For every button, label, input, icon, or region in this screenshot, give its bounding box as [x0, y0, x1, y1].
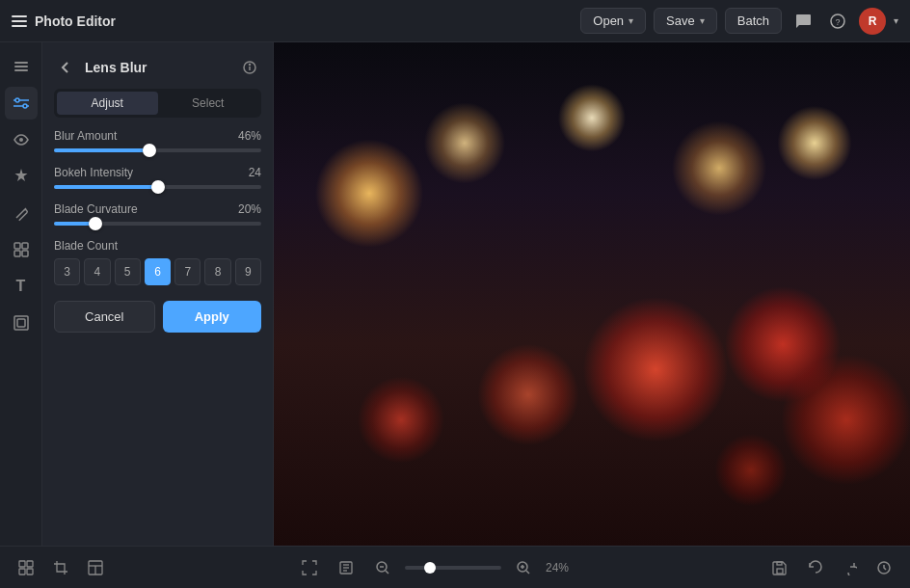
- svg-rect-40: [777, 562, 782, 565]
- layout-icon: [88, 560, 103, 575]
- blade-count-label: Blade Count: [54, 239, 261, 253]
- blade-curvature-thumb[interactable]: [89, 217, 102, 230]
- blade-curvature-value: 20%: [238, 202, 261, 216]
- svg-rect-39: [777, 569, 783, 574]
- canvas-area[interactable]: [274, 42, 910, 546]
- sidebar-item-library[interactable]: [5, 233, 38, 266]
- blur-amount-fill: [54, 148, 149, 152]
- svg-rect-4: [14, 69, 28, 71]
- back-icon: [58, 60, 73, 75]
- svg-rect-15: [22, 251, 28, 256]
- save-label: Save: [666, 13, 695, 28]
- history-button[interactable]: [870, 553, 898, 582]
- avatar-dropdown-icon[interactable]: ▾: [894, 15, 898, 26]
- blur-amount-control: Blur Amount 46%: [54, 129, 261, 152]
- svg-rect-23: [19, 569, 25, 575]
- bokeh-intensity-control: Bokeh Intensity 24: [54, 166, 261, 189]
- svg-point-20: [250, 65, 251, 66]
- fit-screen-button[interactable]: [295, 553, 324, 582]
- blade-curvature-slider[interactable]: [54, 222, 261, 226]
- tab-select[interactable]: Select: [158, 92, 259, 115]
- bokeh-intensity-slider[interactable]: [54, 185, 261, 189]
- grid-icon-button[interactable]: [12, 553, 40, 582]
- blade-count-buttons: 3 4 5 6 7 8 9: [54, 258, 261, 285]
- help-icon-button[interactable]: ?: [824, 8, 851, 35]
- save-button[interactable]: Save ▾: [654, 8, 717, 34]
- info-button[interactable]: [238, 56, 261, 79]
- save-icon-button[interactable]: [765, 553, 794, 582]
- fit-screen-icon: [302, 560, 317, 575]
- actual-size-button[interactable]: [332, 553, 361, 582]
- sidebar-item-view[interactable]: [5, 123, 38, 156]
- svg-point-11: [19, 138, 23, 142]
- sidebar-item-retouch[interactable]: [5, 197, 38, 229]
- sidebar-item-objects[interactable]: [5, 307, 38, 339]
- svg-rect-22: [27, 561, 33, 567]
- blade-count-5[interactable]: 5: [115, 258, 141, 285]
- eye-icon: [13, 131, 30, 148]
- svg-rect-17: [17, 319, 25, 327]
- undo-icon: [807, 560, 822, 575]
- help-icon: ?: [829, 13, 846, 30]
- layout-icon-button[interactable]: [81, 553, 110, 582]
- bokeh-intensity-thumb[interactable]: [151, 180, 165, 194]
- redo-button[interactable]: [835, 553, 864, 582]
- cancel-button[interactable]: Cancel: [54, 301, 155, 333]
- blur-amount-slider[interactable]: [54, 148, 261, 152]
- svg-rect-13: [22, 243, 28, 249]
- blade-count-7[interactable]: 7: [174, 258, 201, 285]
- library-icon: [13, 241, 30, 258]
- blur-amount-thumb[interactable]: [143, 144, 156, 157]
- svg-rect-16: [14, 316, 28, 330]
- open-button[interactable]: Open ▾: [580, 8, 646, 34]
- app-title: Photo Editor: [35, 13, 116, 29]
- tab-select-label: Select: [192, 96, 224, 110]
- zoom-out-button[interactable]: [368, 553, 397, 582]
- crop-icon-button[interactable]: [46, 553, 75, 582]
- zoom-in-button[interactable]: [509, 553, 538, 582]
- back-button[interactable]: [54, 56, 77, 79]
- topbar-center: Open ▾ Save ▾ Batch: [580, 8, 782, 34]
- avatar-initials: R: [869, 14, 877, 28]
- undo-button[interactable]: [800, 553, 829, 582]
- zoom-percent: 24%: [546, 561, 580, 575]
- blade-count-4[interactable]: 4: [84, 258, 110, 285]
- text-icon: T: [16, 278, 26, 295]
- blade-curvature-label-row: Blade Curvature 20%: [54, 202, 261, 216]
- zoom-thumb[interactable]: [424, 562, 436, 574]
- adjust-icon: [13, 94, 30, 112]
- svg-point-6: [23, 104, 27, 108]
- zoom-in-icon: [516, 560, 531, 575]
- avatar[interactable]: R: [859, 8, 886, 35]
- info-icon: [242, 60, 257, 75]
- retouch-icon: [13, 204, 30, 222]
- tab-adjust[interactable]: Adjust: [57, 92, 158, 115]
- zoom-slider[interactable]: [405, 566, 501, 570]
- blade-count-9[interactable]: 9: [235, 258, 261, 285]
- svg-line-34: [386, 571, 388, 574]
- sidebar-item-adjust[interactable]: [5, 87, 38, 120]
- menu-icon[interactable]: [12, 15, 27, 27]
- blade-count-6[interactable]: 6: [145, 258, 171, 285]
- svg-line-38: [526, 571, 529, 574]
- action-buttons: Cancel Apply: [54, 301, 261, 333]
- blade-count-8[interactable]: 8: [204, 258, 230, 285]
- redo-icon: [842, 560, 857, 575]
- batch-button[interactable]: Batch: [725, 8, 782, 34]
- bottom-zoom-controls: 24%: [118, 553, 758, 582]
- svg-rect-24: [27, 569, 33, 575]
- svg-point-5: [15, 98, 19, 102]
- apply-button[interactable]: Apply: [163, 301, 262, 333]
- bottom-right-tools: [765, 553, 898, 582]
- sidebar: T: [0, 42, 42, 546]
- blade-count-3[interactable]: 3: [54, 258, 80, 285]
- save-icon: [772, 560, 788, 575]
- svg-text:?: ?: [835, 17, 840, 27]
- sidebar-item-layers[interactable]: [5, 50, 38, 83]
- svg-rect-14: [14, 251, 20, 256]
- sidebar-item-text[interactable]: T: [5, 270, 38, 303]
- panel-controls: Blur Amount 46% Bokeh Intensity 24: [42, 129, 273, 285]
- chat-icon-button[interactable]: [790, 8, 816, 35]
- objects-icon: [13, 314, 30, 332]
- sidebar-item-effects[interactable]: [5, 160, 38, 193]
